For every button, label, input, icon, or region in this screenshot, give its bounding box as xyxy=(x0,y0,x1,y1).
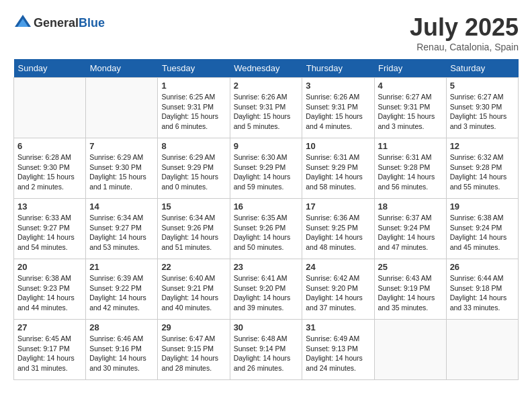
col-header-wednesday: Wednesday xyxy=(230,59,302,78)
calendar-cell: 26Sunrise: 6:44 AM Sunset: 9:18 PM Dayli… xyxy=(446,259,518,320)
day-number: 18 xyxy=(378,201,443,212)
day-number: 25 xyxy=(378,262,443,272)
day-info: Sunrise: 6:42 AM Sunset: 9:20 PM Dayligh… xyxy=(306,273,370,313)
day-number: 1 xyxy=(161,81,226,91)
day-info: Sunrise: 6:39 AM Sunset: 9:22 PM Dayligh… xyxy=(89,273,154,313)
page-header: GeneralBlue July 2025 Renau, Catalonia, … xyxy=(13,13,519,52)
day-info: Sunrise: 6:32 AM Sunset: 9:28 PM Dayligh… xyxy=(450,152,515,192)
day-info: Sunrise: 6:43 AM Sunset: 9:19 PM Dayligh… xyxy=(378,273,443,313)
calendar-cell: 30Sunrise: 6:48 AM Sunset: 9:14 PM Dayli… xyxy=(230,320,302,380)
day-info: Sunrise: 6:44 AM Sunset: 9:18 PM Dayligh… xyxy=(450,273,515,313)
day-number: 31 xyxy=(306,322,370,332)
calendar: SundayMondayTuesdayWednesdayThursdayFrid… xyxy=(13,59,519,380)
day-number: 5 xyxy=(450,81,515,91)
calendar-cell xyxy=(446,320,518,380)
calendar-cell: 24Sunrise: 6:42 AM Sunset: 9:20 PM Dayli… xyxy=(302,259,374,320)
week-row-3: 13Sunrise: 6:33 AM Sunset: 9:27 PM Dayli… xyxy=(14,199,519,259)
calendar-cell: 27Sunrise: 6:45 AM Sunset: 9:17 PM Dayli… xyxy=(14,320,86,380)
calendar-cell: 15Sunrise: 6:34 AM Sunset: 9:26 PM Dayli… xyxy=(158,199,230,259)
day-number: 9 xyxy=(234,141,299,151)
calendar-header-row: SundayMondayTuesdayWednesdayThursdayFrid… xyxy=(14,59,519,78)
day-number: 2 xyxy=(234,81,299,91)
day-info: Sunrise: 6:29 AM Sunset: 9:29 PM Dayligh… xyxy=(161,152,226,192)
day-number: 26 xyxy=(450,262,515,272)
day-info: Sunrise: 6:37 AM Sunset: 9:24 PM Dayligh… xyxy=(378,213,443,253)
calendar-cell: 31Sunrise: 6:49 AM Sunset: 9:13 PM Dayli… xyxy=(302,320,374,380)
calendar-cell: 12Sunrise: 6:32 AM Sunset: 9:28 PM Dayli… xyxy=(446,138,518,199)
calendar-cell: 11Sunrise: 6:31 AM Sunset: 9:28 PM Dayli… xyxy=(374,138,446,199)
day-info: Sunrise: 6:31 AM Sunset: 9:28 PM Dayligh… xyxy=(378,152,443,192)
title-area: July 2025 Renau, Catalonia, Spain xyxy=(410,13,519,52)
calendar-cell: 5Sunrise: 6:27 AM Sunset: 9:30 PM Daylig… xyxy=(446,78,518,138)
day-info: Sunrise: 6:34 AM Sunset: 9:26 PM Dayligh… xyxy=(161,213,226,253)
calendar-cell xyxy=(14,78,86,138)
day-number: 27 xyxy=(17,322,82,332)
calendar-cell: 16Sunrise: 6:35 AM Sunset: 9:26 PM Dayli… xyxy=(230,199,302,259)
logo-icon xyxy=(13,13,32,32)
day-number: 19 xyxy=(450,201,515,212)
day-number: 4 xyxy=(378,81,443,91)
week-row-4: 20Sunrise: 6:38 AM Sunset: 9:23 PM Dayli… xyxy=(14,259,519,320)
day-number: 7 xyxy=(89,141,154,151)
day-info: Sunrise: 6:47 AM Sunset: 9:15 PM Dayligh… xyxy=(161,334,226,373)
day-number: 3 xyxy=(306,81,370,91)
calendar-cell: 7Sunrise: 6:29 AM Sunset: 9:30 PM Daylig… xyxy=(86,138,158,199)
calendar-cell: 10Sunrise: 6:31 AM Sunset: 9:29 PM Dayli… xyxy=(302,138,374,199)
calendar-cell: 23Sunrise: 6:41 AM Sunset: 9:20 PM Dayli… xyxy=(230,259,302,320)
day-info: Sunrise: 6:41 AM Sunset: 9:20 PM Dayligh… xyxy=(234,273,299,313)
day-number: 23 xyxy=(234,262,299,272)
col-header-tuesday: Tuesday xyxy=(158,59,230,78)
day-number: 6 xyxy=(17,141,82,151)
day-info: Sunrise: 6:48 AM Sunset: 9:14 PM Dayligh… xyxy=(234,334,299,373)
calendar-cell: 9Sunrise: 6:30 AM Sunset: 9:29 PM Daylig… xyxy=(230,138,302,199)
calendar-cell: 19Sunrise: 6:38 AM Sunset: 9:24 PM Dayli… xyxy=(446,199,518,259)
calendar-cell: 1Sunrise: 6:25 AM Sunset: 9:31 PM Daylig… xyxy=(158,78,230,138)
day-info: Sunrise: 6:30 AM Sunset: 9:29 PM Dayligh… xyxy=(234,152,299,192)
day-info: Sunrise: 6:26 AM Sunset: 9:31 PM Dayligh… xyxy=(234,92,299,132)
calendar-cell: 4Sunrise: 6:27 AM Sunset: 9:31 PM Daylig… xyxy=(374,78,446,138)
calendar-cell xyxy=(374,320,446,380)
day-number: 11 xyxy=(378,141,443,151)
day-number: 29 xyxy=(161,322,226,332)
day-info: Sunrise: 6:36 AM Sunset: 9:25 PM Dayligh… xyxy=(306,213,370,253)
calendar-cell: 17Sunrise: 6:36 AM Sunset: 9:25 PM Dayli… xyxy=(302,199,374,259)
calendar-cell: 21Sunrise: 6:39 AM Sunset: 9:22 PM Dayli… xyxy=(86,259,158,320)
calendar-cell: 2Sunrise: 6:26 AM Sunset: 9:31 PM Daylig… xyxy=(230,78,302,138)
day-info: Sunrise: 6:38 AM Sunset: 9:23 PM Dayligh… xyxy=(17,273,82,313)
day-info: Sunrise: 6:25 AM Sunset: 9:31 PM Dayligh… xyxy=(161,92,226,132)
calendar-cell xyxy=(86,78,158,138)
day-info: Sunrise: 6:46 AM Sunset: 9:16 PM Dayligh… xyxy=(89,334,154,373)
day-info: Sunrise: 6:27 AM Sunset: 9:31 PM Dayligh… xyxy=(378,92,443,132)
week-row-1: 1Sunrise: 6:25 AM Sunset: 9:31 PM Daylig… xyxy=(14,78,519,138)
calendar-cell: 3Sunrise: 6:26 AM Sunset: 9:31 PM Daylig… xyxy=(302,78,374,138)
logo-text: GeneralBlue xyxy=(34,16,105,30)
day-number: 8 xyxy=(161,141,226,151)
day-info: Sunrise: 6:29 AM Sunset: 9:30 PM Dayligh… xyxy=(89,152,154,192)
day-number: 16 xyxy=(234,201,299,212)
logo: GeneralBlue xyxy=(13,13,105,32)
col-header-thursday: Thursday xyxy=(302,59,374,78)
calendar-cell: 8Sunrise: 6:29 AM Sunset: 9:29 PM Daylig… xyxy=(158,138,230,199)
day-info: Sunrise: 6:27 AM Sunset: 9:30 PM Dayligh… xyxy=(450,92,515,132)
week-row-5: 27Sunrise: 6:45 AM Sunset: 9:17 PM Dayli… xyxy=(14,320,519,380)
day-number: 24 xyxy=(306,262,370,272)
calendar-cell: 20Sunrise: 6:38 AM Sunset: 9:23 PM Dayli… xyxy=(14,259,86,320)
day-number: 15 xyxy=(161,201,226,212)
day-number: 13 xyxy=(17,201,82,212)
day-number: 22 xyxy=(161,262,226,272)
day-number: 14 xyxy=(89,201,154,212)
calendar-cell: 25Sunrise: 6:43 AM Sunset: 9:19 PM Dayli… xyxy=(374,259,446,320)
col-header-monday: Monday xyxy=(86,59,158,78)
day-number: 17 xyxy=(306,201,370,212)
calendar-cell: 29Sunrise: 6:47 AM Sunset: 9:15 PM Dayli… xyxy=(158,320,230,380)
day-number: 12 xyxy=(450,141,515,151)
calendar-cell: 6Sunrise: 6:28 AM Sunset: 9:30 PM Daylig… xyxy=(14,138,86,199)
calendar-cell: 22Sunrise: 6:40 AM Sunset: 9:21 PM Dayli… xyxy=(158,259,230,320)
day-info: Sunrise: 6:45 AM Sunset: 9:17 PM Dayligh… xyxy=(17,334,82,373)
day-info: Sunrise: 6:40 AM Sunset: 9:21 PM Dayligh… xyxy=(161,273,226,313)
day-info: Sunrise: 6:33 AM Sunset: 9:27 PM Dayligh… xyxy=(17,213,82,253)
day-info: Sunrise: 6:31 AM Sunset: 9:29 PM Dayligh… xyxy=(306,152,370,192)
week-row-2: 6Sunrise: 6:28 AM Sunset: 9:30 PM Daylig… xyxy=(14,138,519,199)
day-info: Sunrise: 6:34 AM Sunset: 9:27 PM Dayligh… xyxy=(89,213,154,253)
day-info: Sunrise: 6:35 AM Sunset: 9:26 PM Dayligh… xyxy=(234,213,299,253)
